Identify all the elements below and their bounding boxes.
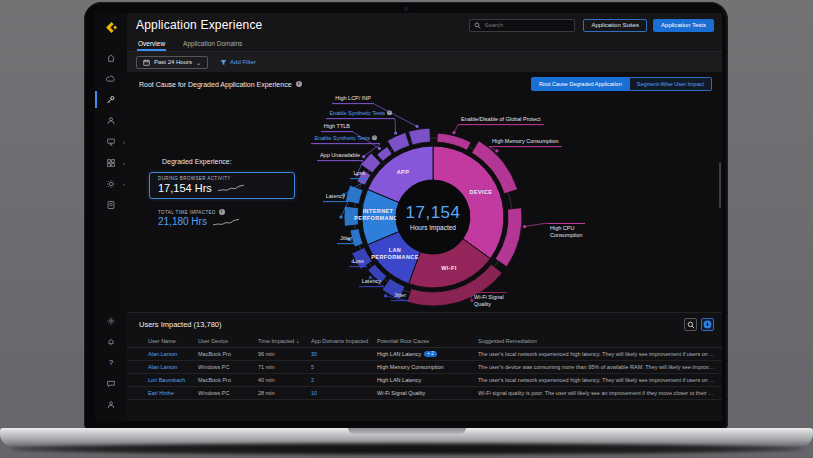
application-suites-label: Application Suites <box>591 22 639 28</box>
sidebar-item-help[interactable]: ? <box>95 352 127 373</box>
table-row[interactable]: Earl Hirthe Windows PC 28 min 10 Wi-Fi S… <box>127 387 722 400</box>
application-tests-button[interactable]: Application Tests <box>653 19 714 32</box>
app-domains-count[interactable]: 10 <box>311 390 377 396</box>
degraded-experience-stats: Degraded Experience: DURING BROWSER ACTI… <box>149 158 301 227</box>
chart-callout-label: Wi-Fi SignalQuality <box>471 292 507 308</box>
col-app-domains[interactable]: App Domains Impacted <box>311 338 377 344</box>
sidebar-item-account[interactable] <box>95 394 127 415</box>
search-input[interactable] <box>484 22 570 28</box>
chevron-down-icon: ⌄ <box>196 59 201 66</box>
main-content: Application Experience Application Suite… <box>127 13 722 421</box>
chart-callout-link[interactable]: Enable Synthetic Testsi <box>326 110 395 119</box>
chart-callout-label: Jitter <box>337 235 355 244</box>
sidebar-item-reports[interactable] <box>95 194 127 215</box>
application-suites-button[interactable]: Application Suites <box>583 19 647 32</box>
add-filter-label: Add Filter <box>230 59 256 65</box>
user-name-link[interactable]: Alan Larson <box>148 364 198 370</box>
info-icon[interactable]: i <box>219 209 225 215</box>
user-name-link[interactable]: Earl Hirthe <box>148 390 198 396</box>
chart-callout-label: High CPUConsumption <box>547 223 585 239</box>
svg-text:DEVICE: DEVICE <box>470 189 493 195</box>
sidebar-item-notifications[interactable] <box>95 331 127 352</box>
sidebar-nav-bottom: ? <box>95 310 127 415</box>
page-title: Application Experience <box>136 18 469 32</box>
info-icon[interactable]: i <box>387 110 392 115</box>
user-name-link[interactable]: Alan Larson <box>148 351 198 357</box>
root-cause-text: High LAN Latency <box>377 377 478 383</box>
chart-callout-label: Loss <box>349 258 367 267</box>
app-domains-count[interactable]: 5 <box>311 364 377 370</box>
calendar-icon <box>143 59 150 66</box>
sidebar-item-feedback[interactable] <box>95 373 127 394</box>
time-range-dropdown[interactable]: Past 24 Hours ⌄ <box>136 56 208 69</box>
total-time-impacted-stat: TOTAL TIME IMPACTED i 21,180 Hrs <box>158 209 301 227</box>
tab-application-domains[interactable]: Application Domains <box>182 37 243 51</box>
tab-bar: Overview Application Domains <box>127 35 722 52</box>
root-cause-title-text: Root Cause for Degraded Application Expe… <box>139 81 292 88</box>
table-download-button[interactable] <box>701 318 714 331</box>
sidebar-item-devices[interactable]: › <box>95 131 127 152</box>
filter-bar: Past 24 Hours ⌄ Add Filter <box>127 52 722 72</box>
table-actions <box>684 318 714 331</box>
chart-callout-label: Loss <box>350 170 368 179</box>
sidebar-item-home[interactable] <box>95 47 127 68</box>
remediation-text: Wi-Fi signal quality is poor. The user w… <box>478 390 722 396</box>
sidebar-item-settings[interactable] <box>95 310 127 331</box>
chart-callout-label: High Memory Consumption <box>489 138 562 147</box>
root-cause-text: High Memory Consumption <box>377 364 478 370</box>
table-search-button[interactable] <box>684 318 697 331</box>
root-cause-text: High LAN Latency <box>377 351 421 357</box>
root-cause-panel-title: Root Cause for Degraded Application Expe… <box>139 81 302 88</box>
tab-overview[interactable]: Overview <box>137 37 166 51</box>
svg-text:APP: APP <box>397 169 410 175</box>
toggle-root-cause-degraded[interactable]: Root Cause Degraded Application <box>531 77 630 91</box>
application-tests-label: Application Tests <box>661 22 706 28</box>
table-header-row: User Name User Device Time Impacted↓ App… <box>127 334 722 348</box>
chart-callout-link[interactable]: Enable Synthetic Testsi <box>311 135 380 144</box>
col-remediation[interactable]: Suggested Remediation <box>478 338 722 344</box>
sidebar-item-configuration[interactable]: › <box>95 173 127 194</box>
time-impacted: 71 min <box>258 364 311 370</box>
root-cause-panel: Root Cause for Degraded Application Expe… <box>127 72 722 312</box>
col-user-name[interactable]: User Name <box>148 338 198 344</box>
info-icon[interactable]: i <box>372 135 377 140</box>
user-device: Windows PC <box>198 364 258 370</box>
col-root-cause[interactable]: Potential Root Cause <box>377 338 478 344</box>
svg-text:PERFORMANCE: PERFORMANCE <box>371 254 418 260</box>
users-impacted-panel: Users Impacted (13,780) User N <box>127 312 722 421</box>
col-user-device[interactable]: User Device <box>198 338 258 344</box>
time-range-value: Past 24 Hours <box>154 59 192 65</box>
chevron-right-icon: › <box>123 139 125 145</box>
laptop-shadow <box>10 443 803 455</box>
svg-text:WI-FI: WI-FI <box>441 265 457 271</box>
sidebar-item-monitoring[interactable] <box>95 68 127 89</box>
root-cause-cell: High LAN Latency+ 2 <box>377 351 478 357</box>
more-causes-badge[interactable]: + 2 <box>424 351 436 357</box>
download-icon <box>703 320 712 329</box>
svg-text:PERFORMANCE: PERFORMANCE <box>354 215 401 221</box>
table-row[interactable]: Alan Larson MacBook Pro 96 min 30 High L… <box>127 348 722 361</box>
svg-text:LAN: LAN <box>389 247 402 253</box>
scrollbar-thumb[interactable] <box>719 162 721 208</box>
table-row[interactable]: Lori Baumbach MacBook Pro 40 min 2 High … <box>127 374 722 387</box>
sparkline-icon <box>213 218 239 226</box>
search-input-wrap <box>469 19 575 32</box>
users-impacted-title: Users Impacted (13,780) <box>139 320 222 329</box>
sidebar-item-tests-active[interactable] <box>95 89 127 110</box>
app-domains-count[interactable]: 2 <box>311 377 377 383</box>
col-time-impacted[interactable]: Time Impacted↓ <box>258 338 311 344</box>
table-row[interactable]: Alan Larson Windows PC 71 min 5 High Mem… <box>127 361 722 374</box>
search-icon <box>474 22 481 29</box>
chart-callout-label: Enable/Disable of Global Protect <box>458 116 544 125</box>
chart-callout-label: Latency <box>359 278 384 287</box>
info-icon[interactable]: i <box>296 81 302 87</box>
stats-heading: Degraded Experience: <box>162 158 301 165</box>
app-domains-count[interactable]: 30 <box>311 351 377 357</box>
search-icon <box>687 321 695 329</box>
user-name-link[interactable]: Lori Baumbach <box>148 377 198 383</box>
sidebar-item-applications[interactable]: › <box>95 152 127 173</box>
svg-text:INTERNET: INTERNET <box>363 208 394 214</box>
add-filter-button[interactable]: Add Filter <box>220 59 256 66</box>
toggle-segment-wise[interactable]: Segment-Wise User Impact <box>630 77 712 91</box>
sidebar-item-users[interactable] <box>95 110 127 131</box>
